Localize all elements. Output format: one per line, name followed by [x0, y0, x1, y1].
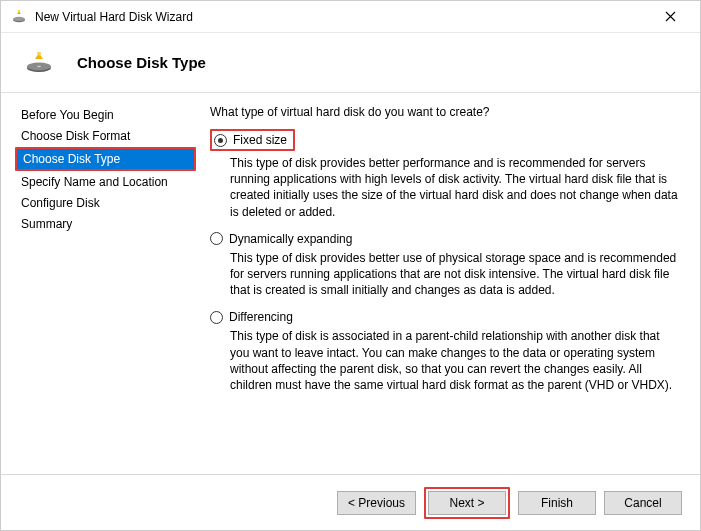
svg-point-1 — [13, 16, 25, 20]
svg-point-2 — [18, 9, 20, 11]
svg-point-6 — [37, 52, 41, 56]
radio-row[interactable]: Dynamically expanding — [210, 232, 678, 246]
disk-type-option-2: DifferencingThis type of disk is associa… — [210, 310, 678, 393]
close-button[interactable] — [650, 3, 690, 31]
radio-icon[interactable] — [210, 232, 223, 245]
wizard-steps-sidebar: Before You BeginChoose Disk FormatChoose… — [1, 93, 196, 473]
option-description: This type of disk provides better use of… — [230, 250, 678, 299]
radio-row[interactable]: Differencing — [210, 310, 678, 324]
option-label: Fixed size — [233, 133, 287, 147]
option-label: Differencing — [229, 310, 293, 324]
page-title: Choose Disk Type — [77, 54, 206, 71]
radio-icon[interactable] — [214, 134, 227, 147]
cancel-button[interactable]: Cancel — [604, 491, 682, 515]
option-description: This type of disk is associated in a par… — [230, 328, 678, 393]
disk-type-option-0: Fixed sizeThis type of disk provides bet… — [210, 129, 678, 220]
radio-row[interactable]: Fixed size — [210, 129, 295, 151]
finish-button[interactable]: Finish — [518, 491, 596, 515]
sidebar-step-5[interactable]: Summary — [15, 214, 196, 234]
sidebar-step-2[interactable]: Choose Disk Type — [15, 147, 196, 171]
window-title: New Virtual Hard Disk Wizard — [35, 10, 650, 24]
sidebar-step-1[interactable]: Choose Disk Format — [15, 126, 196, 146]
titlebar: New Virtual Hard Disk Wizard — [1, 1, 700, 33]
option-label: Dynamically expanding — [229, 232, 352, 246]
content-question: What type of virtual hard disk do you wa… — [210, 105, 678, 119]
next-button[interactable]: Next > — [428, 491, 506, 515]
sidebar-step-3[interactable]: Specify Name and Location — [15, 172, 196, 192]
option-description: This type of disk provides better perfor… — [230, 155, 678, 220]
disk-wizard-icon — [25, 52, 53, 74]
close-icon — [665, 11, 676, 22]
previous-button[interactable]: < Previous — [337, 491, 416, 515]
app-icon — [11, 9, 27, 25]
radio-icon[interactable] — [210, 311, 223, 324]
disk-type-option-1: Dynamically expandingThis type of disk p… — [210, 232, 678, 299]
sidebar-step-4[interactable]: Configure Disk — [15, 193, 196, 213]
wizard-header: Choose Disk Type — [1, 33, 700, 93]
wizard-content: What type of virtual hard disk do you wa… — [196, 93, 700, 473]
sidebar-step-0[interactable]: Before You Begin — [15, 105, 196, 125]
svg-point-5 — [37, 65, 41, 67]
wizard-footer: < Previous Next > Finish Cancel — [1, 474, 700, 530]
